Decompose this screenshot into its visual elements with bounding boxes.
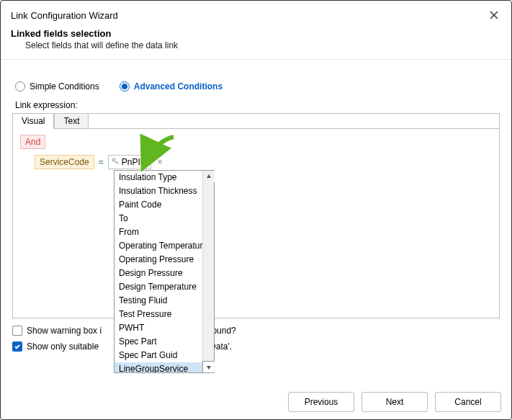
dropdown-item[interactable]: Insulation Type xyxy=(114,171,214,184)
svg-line-4 xyxy=(117,161,118,163)
tab-visual[interactable]: Visual xyxy=(12,113,54,129)
radio-simple-conditions[interactable]: Simple Conditions xyxy=(15,81,99,91)
dropdown-item[interactable]: Testing Fluid xyxy=(114,294,214,308)
field-dropdown[interactable]: Insulation TypeInsulation ThicknessPaint… xyxy=(114,170,215,373)
condition-value[interactable]: PnPID xyxy=(108,155,152,169)
close-icon[interactable] xyxy=(485,6,503,24)
condition-field[interactable]: ServiceCode xyxy=(35,155,94,169)
checkbox-icon xyxy=(12,341,22,352)
cancel-button[interactable]: Cancel xyxy=(435,392,501,412)
dropdown-item[interactable]: Test Pressure xyxy=(114,308,214,321)
dropdown-item[interactable]: Paint Code xyxy=(114,198,214,212)
condition-value-text: PnPID xyxy=(122,157,147,167)
dropdown-item[interactable]: PWHT xyxy=(114,321,214,335)
tab-text[interactable]: Text xyxy=(54,113,89,129)
clear-condition-icon[interactable]: × xyxy=(156,157,163,167)
dropdown-item[interactable]: Design Temperature xyxy=(114,280,214,294)
svg-point-2 xyxy=(112,158,115,161)
dropdown-item[interactable]: Operating Temperature xyxy=(114,239,214,253)
scroll-up-icon[interactable] xyxy=(203,171,215,182)
dropdown-item[interactable]: LineGroupService xyxy=(114,362,214,372)
dropdown-item[interactable]: Operating Pressure xyxy=(114,253,214,267)
page-title: Linked fields selection xyxy=(11,28,501,39)
checkbox-show-warning[interactable]: Show warning box i e found? xyxy=(12,326,500,336)
dropdown-item[interactable]: From xyxy=(114,225,214,239)
chevron-down-icon[interactable] xyxy=(202,361,214,372)
radio-dot-icon xyxy=(120,81,130,91)
scrollbar[interactable] xyxy=(202,171,214,372)
radio-advanced-label: Advanced Conditions xyxy=(134,81,223,91)
page-subtitle: Select fields that will define the data … xyxy=(11,40,501,50)
radio-simple-label: Simple Conditions xyxy=(30,81,99,91)
checkbox-show-suitable[interactable]: Show only suitable n Data'. xyxy=(12,341,500,352)
condition-operator[interactable]: = xyxy=(99,157,104,167)
dropdown-item[interactable]: To xyxy=(114,212,214,225)
dropdown-item[interactable]: Design Pressure xyxy=(114,267,214,280)
dropdown-item[interactable]: Insulation Thickness xyxy=(114,184,214,198)
next-button[interactable]: Next xyxy=(361,392,428,412)
condition-row: ServiceCode = PnPID × xyxy=(35,155,492,169)
link-expression-label: Link expression: xyxy=(12,100,500,110)
svg-marker-7 xyxy=(207,366,211,370)
window-title: Link Configuration Wizard xyxy=(11,10,118,21)
svg-marker-5 xyxy=(207,174,211,178)
dropdown-item[interactable]: Spec Part Guid xyxy=(114,349,214,362)
radio-advanced-conditions[interactable]: Advanced Conditions xyxy=(120,81,223,91)
radio-dot-icon xyxy=(15,81,25,91)
previous-button[interactable]: Previous xyxy=(288,392,354,412)
checkbox-icon xyxy=(12,326,22,336)
show-suitable-label-left: Show only suitable xyxy=(27,341,99,352)
operator-and[interactable]: And xyxy=(20,135,45,149)
show-warning-label-left: Show warning box i xyxy=(27,326,102,336)
expression-editor: Visual Text And ServiceCode = PnPID × In… xyxy=(12,113,500,318)
dropdown-item[interactable]: Spec Part xyxy=(114,335,214,349)
key-icon xyxy=(112,157,119,167)
